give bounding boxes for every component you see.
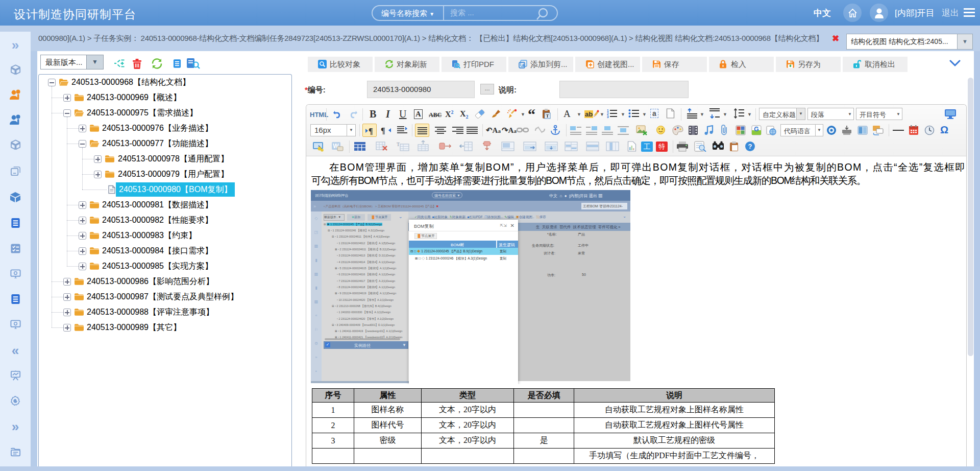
- svg-text:T: T: [397, 142, 400, 147]
- svg-text:3: 3: [607, 115, 609, 118]
- svg-text:¶: ¶: [369, 127, 373, 135]
- svg-text:?: ?: [748, 143, 752, 150]
- svg-text:¶: ¶: [381, 126, 385, 135]
- svg-text:T: T: [546, 113, 549, 119]
- svg-text:G: G: [754, 126, 758, 133]
